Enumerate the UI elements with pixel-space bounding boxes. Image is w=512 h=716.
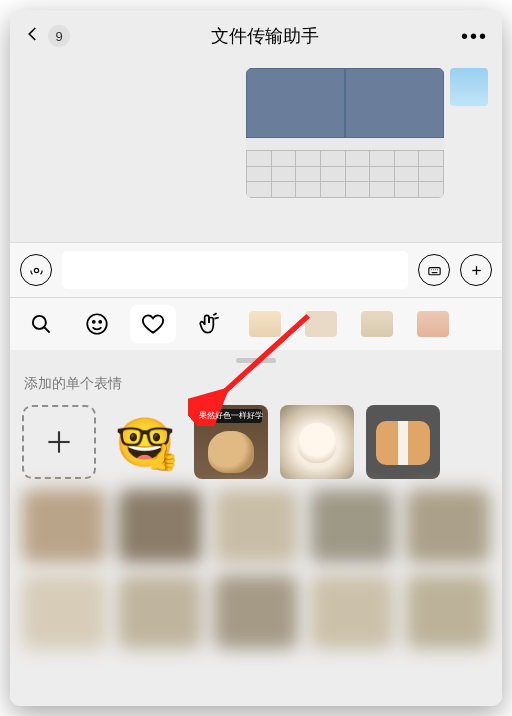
plus-button[interactable] [460,254,492,286]
svg-point-12 [93,321,95,323]
tab-pack-4[interactable] [410,305,456,343]
svg-point-11 [87,314,107,334]
sticker-tabs [10,298,502,350]
add-sticker-button[interactable] [22,405,96,479]
svg-point-13 [99,321,101,323]
sticker-doge[interactable]: 果然好色一样好学 [194,405,268,479]
tab-gesture[interactable] [186,305,232,343]
sticker-corgi[interactable] [366,405,440,479]
svg-line-15 [214,318,218,319]
avatar[interactable] [450,68,488,106]
svg-rect-1 [428,267,439,274]
tab-pack-3[interactable] [354,305,400,343]
back-icon[interactable] [24,25,42,47]
page-title: 文件传输助手 [211,24,319,48]
svg-line-14 [213,313,216,315]
unread-badge: 9 [48,25,70,47]
section-title: 添加的单个表情 [24,375,490,393]
drag-handle[interactable] [236,358,276,363]
tab-search[interactable] [18,305,64,343]
tab-favorites[interactable] [130,305,176,343]
tab-pack-1[interactable] [242,305,288,343]
svg-point-9 [33,316,46,329]
voice-button[interactable] [20,254,52,286]
tab-emoji[interactable] [74,305,120,343]
sticker-nerd-emoji[interactable]: 🤓👍 [108,405,182,479]
more-icon[interactable]: ••• [461,25,488,48]
chat-area [10,62,502,242]
sticker-grid-blurred [22,489,490,649]
message-input[interactable] [62,251,408,289]
message-image[interactable] [246,68,444,198]
keyboard-button[interactable] [418,254,450,286]
tab-pack-2[interactable] [298,305,344,343]
svg-point-0 [34,268,38,272]
svg-line-10 [44,327,49,332]
sticker-cat[interactable] [280,405,354,479]
